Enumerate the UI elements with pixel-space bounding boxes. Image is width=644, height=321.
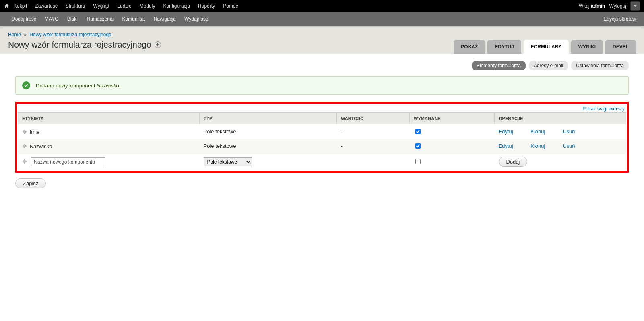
shortcut-item[interactable]: Tłumaczenia (83, 16, 117, 22)
subtab-components[interactable]: Elementy formularza (472, 61, 526, 70)
page-title: Nowy wzór formularza rejestracyjnego (8, 40, 161, 50)
shortcut-bar: Dodaj treść MAYO Bloki Tłumaczenia Komun… (0, 12, 644, 26)
title-bar: Nowy wzór formularza rejestracyjnego POK… (8, 39, 636, 54)
add-shortcut-icon[interactable] (155, 41, 161, 48)
shortcut-item[interactable]: Wydajność (181, 16, 212, 22)
col-label: ETYKIETA (18, 113, 200, 124)
components-highlight-box: Pokaż wagi wierszy ETYKIETA TYP WARTOŚĆ … (15, 102, 629, 173)
top-menu-item[interactable]: Pomoc (219, 3, 242, 9)
welcome-text: Witaj admin (579, 3, 605, 9)
row-label: Imię (30, 129, 40, 135)
row-value: - (337, 139, 410, 153)
op-delete-link[interactable]: Usuń (563, 128, 575, 135)
row-value: - (337, 124, 410, 139)
add-component-button[interactable]: Dodaj (499, 157, 528, 167)
breadcrumb-current[interactable]: Nowy wzór formularza rejestracyjnego (29, 32, 111, 37)
tab-view[interactable]: POKAŻ (454, 40, 485, 54)
top-menu-items: Kokpit Zawartość Struktura Wygląd Ludzie… (10, 3, 242, 9)
content-region: Elementy formularza Adresy e-mail Ustawi… (0, 54, 644, 196)
shortcut-item[interactable]: Dodaj treść (8, 16, 40, 22)
logout-link[interactable]: Wyloguj (609, 3, 626, 9)
top-menu-item[interactable]: Konfiguracja (159, 3, 194, 9)
drag-handle-icon[interactable]: ✥ (22, 143, 27, 149)
drag-handle-icon[interactable]: ✥ (22, 158, 27, 165)
col-required: WYMAGANE (410, 113, 495, 124)
required-checkbox[interactable] (415, 159, 421, 164)
edit-shortcuts-link[interactable]: Edycja skrótów (603, 16, 636, 22)
new-component-name-input[interactable] (31, 157, 105, 166)
required-checkbox[interactable] (415, 143, 421, 149)
required-checkbox[interactable] (415, 129, 421, 134)
breadcrumb: Home » Nowy wzór formularza rejestracyjn… (8, 30, 636, 39)
top-user-block: Witaj admin Wyloguj (579, 1, 640, 11)
top-menu-item[interactable]: Ludzie (113, 3, 135, 9)
new-component-type-select[interactable]: Pole tekstowe (204, 157, 252, 166)
component-row: ✥ Nazwisko Pole tekstowe - Edytuj Klonuj… (18, 139, 626, 153)
op-edit-link[interactable]: Edytuj (499, 143, 513, 149)
subtab-settings[interactable]: Ustawienia formularza (571, 61, 629, 70)
components-table: ETYKIETA TYP WARTOŚĆ WYMAGANE OPERACJE ✥… (18, 112, 626, 170)
tab-results[interactable]: WYNIKI (571, 40, 603, 54)
shortcut-item[interactable]: Nawigacja (150, 16, 180, 22)
new-component-row: ✥ Pole tekstowe Dodaj (18, 153, 626, 170)
row-label: Nazwisko (30, 143, 52, 149)
page-title-text: Nowy wzór formularza rejestracyjnego (8, 40, 151, 50)
op-edit-link[interactable]: Edytuj (499, 128, 513, 135)
secondary-tabs: Elementy formularza Adresy e-mail Ustawi… (15, 61, 629, 70)
home-icon[interactable] (4, 3, 10, 9)
top-menu-item[interactable]: Raporty (194, 3, 219, 9)
save-button[interactable]: Zapisz (15, 178, 46, 188)
save-row: Zapisz (15, 178, 629, 188)
shortcut-item[interactable]: MAYO (41, 16, 62, 22)
top-menu-item[interactable]: Struktura (62, 3, 89, 9)
top-dropdown-toggle[interactable] (630, 1, 640, 11)
breadcrumb-home[interactable]: Home (8, 32, 21, 37)
primary-tabs: POKAŻ EDYTUJ FORMULARZ WYNIKI DEVEL (454, 40, 636, 54)
subtab-emails[interactable]: Adresy e-mail (529, 61, 568, 70)
shortcut-items: Dodaj treść MAYO Bloki Tłumaczenia Komun… (8, 16, 212, 22)
shortcut-item[interactable]: Komunikat (119, 16, 149, 22)
top-menu-item[interactable]: Kokpit (10, 3, 31, 9)
row-type: Pole tekstowe (200, 124, 337, 139)
top-menu-item[interactable]: Zawartość (31, 3, 61, 9)
op-clone-link[interactable]: Klonuj (530, 128, 545, 135)
tab-edit[interactable]: EDYTUJ (487, 40, 521, 54)
top-menu-item[interactable]: Wygląd (89, 3, 113, 9)
check-icon (22, 81, 30, 89)
op-clone-link[interactable]: Klonuj (530, 143, 545, 149)
op-delete-link[interactable]: Usuń (563, 143, 575, 149)
header-region: Home » Nowy wzór formularza rejestracyjn… (0, 26, 644, 54)
col-value: WARTOŚĆ (337, 113, 410, 124)
tab-devel[interactable]: DEVEL (605, 40, 636, 54)
toggle-row-weights-link[interactable]: Pokaż wagi wierszy (582, 106, 625, 112)
shortcut-item[interactable]: Bloki (64, 16, 81, 22)
top-menu-item[interactable]: Moduły (136, 3, 159, 9)
breadcrumb-separator: » (22, 32, 28, 37)
drag-handle-icon[interactable]: ✥ (22, 128, 27, 135)
component-row: ✥ Imię Pole tekstowe - Edytuj Klonuj Usu… (18, 124, 626, 139)
row-type: Pole tekstowe (200, 139, 337, 153)
col-type: TYP (200, 113, 337, 124)
status-text: Dodano nowy komponent Nazwisko. (36, 83, 120, 89)
tab-form[interactable]: FORMULARZ (524, 40, 569, 54)
col-ops: OPERACJE (495, 113, 626, 124)
admin-top-menu: Kokpit Zawartość Struktura Wygląd Ludzie… (0, 0, 644, 12)
status-message: Dodano nowy komponent Nazwisko. (15, 76, 629, 95)
